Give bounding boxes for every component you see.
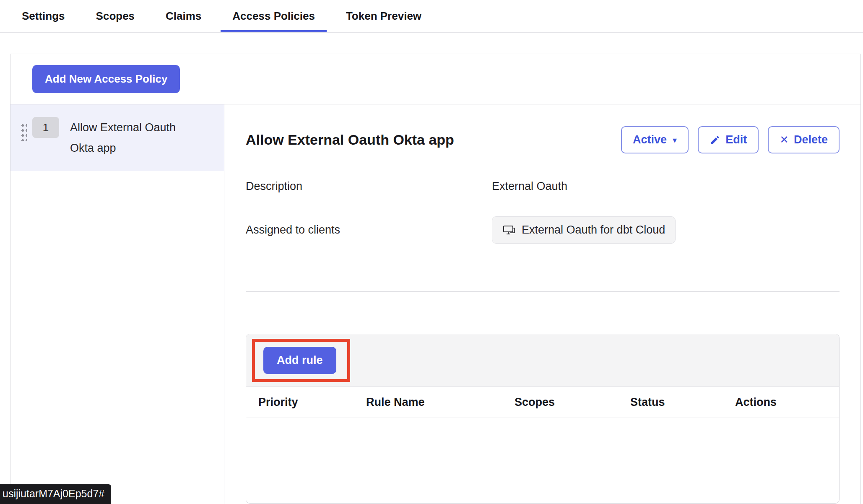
priority-badge: 1 <box>32 117 59 138</box>
policy-item-name: Allow External Oauth Okta app <box>70 117 192 158</box>
client-chip[interactable]: External Oauth for dbt Cloud <box>492 216 676 244</box>
section-divider <box>246 291 840 292</box>
access-policies-panel: Add New Access Policy 1 Allow External O… <box>10 54 861 504</box>
edit-button[interactable]: Edit <box>698 126 759 153</box>
policy-detail-header: Allow External Oauth Okta app Active ▾ E… <box>246 126 840 153</box>
tab-label: Settings <box>22 10 65 23</box>
active-status-dropdown[interactable]: Active ▾ <box>621 126 689 153</box>
rules-header: Add rule <box>246 334 839 386</box>
column-header-scopes: Scopes <box>515 396 630 409</box>
tab-token-preview[interactable]: Token Preview <box>334 0 433 32</box>
column-header-rule-name: Rule Name <box>366 396 515 409</box>
tab-label: Token Preview <box>346 10 421 23</box>
url-preview-tooltip: usijiutarM7Aj0Ep5d7# <box>0 484 111 504</box>
delete-button[interactable]: ✕ Delete <box>768 126 840 153</box>
column-header-priority: Priority <box>258 396 366 409</box>
computer-icon <box>502 224 516 236</box>
policy-detail: Allow External Oauth Okta app Active ▾ E… <box>224 104 860 504</box>
tab-access-policies[interactable]: Access Policies <box>221 0 327 32</box>
column-header-actions: Actions <box>735 396 839 409</box>
annotation-highlight-box: Add rule <box>252 339 350 382</box>
rules-table-empty-body <box>246 418 839 503</box>
description-label: Description <box>246 180 492 193</box>
add-new-access-policy-button[interactable]: Add New Access Policy <box>32 65 180 93</box>
policy-action-buttons: Active ▾ Edit ✕ Delete <box>621 126 840 153</box>
description-value: External Oauth <box>492 180 567 193</box>
delete-button-label: Delete <box>794 133 828 146</box>
assigned-clients-label: Assigned to clients <box>246 223 492 236</box>
description-row: Description External Oauth <box>246 178 840 195</box>
assigned-clients-row: Assigned to clients External Oauth for d… <box>246 216 840 244</box>
policy-list: 1 Allow External Oauth Okta app <box>10 104 224 504</box>
tab-bar: Settings Scopes Claims Access Policies T… <box>0 0 863 33</box>
edit-button-label: Edit <box>725 133 747 146</box>
tab-claims[interactable]: Claims <box>154 0 213 32</box>
tab-label: Claims <box>166 10 201 23</box>
policy-title: Allow External Oauth Okta app <box>246 132 454 148</box>
tab-label: Access Policies <box>232 10 315 23</box>
panel-header: Add New Access Policy <box>10 54 860 104</box>
active-status-label: Active <box>633 133 667 146</box>
pencil-icon <box>710 135 720 145</box>
panel-body: 1 Allow External Oauth Okta app Allow Ex… <box>10 104 860 504</box>
chevron-down-icon: ▾ <box>673 135 677 145</box>
column-header-status: Status <box>630 396 735 409</box>
client-chip-label: External Oauth for dbt Cloud <box>522 223 665 236</box>
policy-list-item-selected[interactable]: 1 Allow External Oauth Okta app <box>10 104 224 171</box>
rules-section: Add rule Priority Rule Name Scopes Statu… <box>246 334 840 504</box>
tab-scopes[interactable]: Scopes <box>84 0 147 32</box>
tab-settings[interactable]: Settings <box>10 0 77 32</box>
close-icon: ✕ <box>780 133 789 146</box>
tab-label: Scopes <box>96 10 135 23</box>
drag-handle-icon[interactable] <box>21 123 27 141</box>
rules-table-header: Priority Rule Name Scopes Status Actions <box>246 386 839 418</box>
add-rule-button[interactable]: Add rule <box>263 347 336 374</box>
